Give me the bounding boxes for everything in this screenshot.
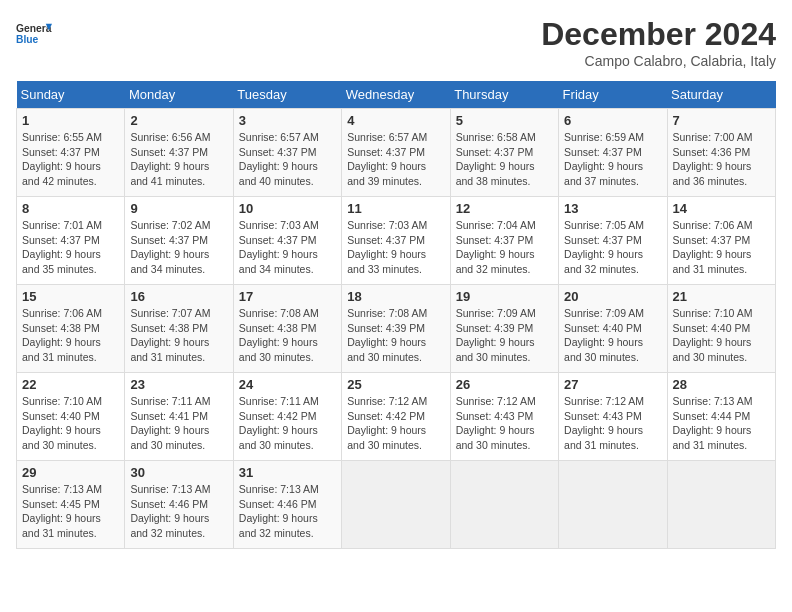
day-info: Sunrise: 6:57 AMSunset: 4:37 PMDaylight:… [239,130,336,189]
calendar-cell: 19Sunrise: 7:09 AMSunset: 4:39 PMDayligh… [450,285,558,373]
header-tuesday: Tuesday [233,81,341,109]
calendar-cell: 26Sunrise: 7:12 AMSunset: 4:43 PMDayligh… [450,373,558,461]
header-thursday: Thursday [450,81,558,109]
day-number: 26 [456,377,553,392]
calendar-cell: 30Sunrise: 7:13 AMSunset: 4:46 PMDayligh… [125,461,233,549]
header-monday: Monday [125,81,233,109]
day-info: Sunrise: 7:03 AMSunset: 4:37 PMDaylight:… [347,218,444,277]
day-info: Sunrise: 7:05 AMSunset: 4:37 PMDaylight:… [564,218,661,277]
day-info: Sunrise: 7:00 AMSunset: 4:36 PMDaylight:… [673,130,770,189]
logo-svg: General Blue [16,16,52,52]
day-info: Sunrise: 7:13 AMSunset: 4:46 PMDaylight:… [239,482,336,541]
day-info: Sunrise: 7:13 AMSunset: 4:44 PMDaylight:… [673,394,770,453]
calendar-week-3: 15Sunrise: 7:06 AMSunset: 4:38 PMDayligh… [17,285,776,373]
calendar-cell: 11Sunrise: 7:03 AMSunset: 4:37 PMDayligh… [342,197,450,285]
day-number: 9 [130,201,227,216]
day-number: 29 [22,465,119,480]
header-saturday: Saturday [667,81,775,109]
day-number: 11 [347,201,444,216]
day-info: Sunrise: 6:58 AMSunset: 4:37 PMDaylight:… [456,130,553,189]
day-number: 24 [239,377,336,392]
day-info: Sunrise: 7:09 AMSunset: 4:39 PMDaylight:… [456,306,553,365]
title-section: December 2024 Campo Calabro, Calabria, I… [541,16,776,69]
day-info: Sunrise: 7:04 AMSunset: 4:37 PMDaylight:… [456,218,553,277]
day-info: Sunrise: 7:08 AMSunset: 4:38 PMDaylight:… [239,306,336,365]
calendar-cell: 3Sunrise: 6:57 AMSunset: 4:37 PMDaylight… [233,109,341,197]
day-number: 28 [673,377,770,392]
header-friday: Friday [559,81,667,109]
calendar-cell: 14Sunrise: 7:06 AMSunset: 4:37 PMDayligh… [667,197,775,285]
calendar-cell: 27Sunrise: 7:12 AMSunset: 4:43 PMDayligh… [559,373,667,461]
day-info: Sunrise: 6:55 AMSunset: 4:37 PMDaylight:… [22,130,119,189]
page-subtitle: Campo Calabro, Calabria, Italy [541,53,776,69]
calendar-cell: 16Sunrise: 7:07 AMSunset: 4:38 PMDayligh… [125,285,233,373]
calendar-cell: 8Sunrise: 7:01 AMSunset: 4:37 PMDaylight… [17,197,125,285]
calendar-cell: 28Sunrise: 7:13 AMSunset: 4:44 PMDayligh… [667,373,775,461]
day-info: Sunrise: 6:56 AMSunset: 4:37 PMDaylight:… [130,130,227,189]
day-info: Sunrise: 7:02 AMSunset: 4:37 PMDaylight:… [130,218,227,277]
calendar-week-5: 29Sunrise: 7:13 AMSunset: 4:45 PMDayligh… [17,461,776,549]
calendar-cell: 12Sunrise: 7:04 AMSunset: 4:37 PMDayligh… [450,197,558,285]
day-number: 8 [22,201,119,216]
header-sunday: Sunday [17,81,125,109]
calendar-cell [667,461,775,549]
day-number: 2 [130,113,227,128]
calendar-week-4: 22Sunrise: 7:10 AMSunset: 4:40 PMDayligh… [17,373,776,461]
calendar-cell: 24Sunrise: 7:11 AMSunset: 4:42 PMDayligh… [233,373,341,461]
header-wednesday: Wednesday [342,81,450,109]
calendar-week-2: 8Sunrise: 7:01 AMSunset: 4:37 PMDaylight… [17,197,776,285]
day-number: 12 [456,201,553,216]
day-info: Sunrise: 7:09 AMSunset: 4:40 PMDaylight:… [564,306,661,365]
day-info: Sunrise: 7:11 AMSunset: 4:42 PMDaylight:… [239,394,336,453]
calendar-table: SundayMondayTuesdayWednesdayThursdayFrid… [16,81,776,549]
calendar-cell: 13Sunrise: 7:05 AMSunset: 4:37 PMDayligh… [559,197,667,285]
day-info: Sunrise: 7:12 AMSunset: 4:42 PMDaylight:… [347,394,444,453]
day-number: 30 [130,465,227,480]
day-info: Sunrise: 6:57 AMSunset: 4:37 PMDaylight:… [347,130,444,189]
day-number: 14 [673,201,770,216]
day-number: 25 [347,377,444,392]
day-number: 13 [564,201,661,216]
calendar-week-1: 1Sunrise: 6:55 AMSunset: 4:37 PMDaylight… [17,109,776,197]
day-number: 20 [564,289,661,304]
day-info: Sunrise: 7:13 AMSunset: 4:46 PMDaylight:… [130,482,227,541]
day-info: Sunrise: 7:08 AMSunset: 4:39 PMDaylight:… [347,306,444,365]
day-number: 15 [22,289,119,304]
calendar-cell [342,461,450,549]
day-info: Sunrise: 7:10 AMSunset: 4:40 PMDaylight:… [673,306,770,365]
day-info: Sunrise: 7:06 AMSunset: 4:37 PMDaylight:… [673,218,770,277]
day-info: Sunrise: 7:12 AMSunset: 4:43 PMDaylight:… [456,394,553,453]
day-number: 27 [564,377,661,392]
day-info: Sunrise: 7:11 AMSunset: 4:41 PMDaylight:… [130,394,227,453]
calendar-cell: 17Sunrise: 7:08 AMSunset: 4:38 PMDayligh… [233,285,341,373]
calendar-cell: 1Sunrise: 6:55 AMSunset: 4:37 PMDaylight… [17,109,125,197]
day-info: Sunrise: 7:10 AMSunset: 4:40 PMDaylight:… [22,394,119,453]
day-number: 23 [130,377,227,392]
calendar-cell: 4Sunrise: 6:57 AMSunset: 4:37 PMDaylight… [342,109,450,197]
calendar-cell: 5Sunrise: 6:58 AMSunset: 4:37 PMDaylight… [450,109,558,197]
header: General Blue December 2024 Campo Calabro… [16,16,776,69]
day-number: 21 [673,289,770,304]
day-number: 3 [239,113,336,128]
calendar-cell: 31Sunrise: 7:13 AMSunset: 4:46 PMDayligh… [233,461,341,549]
calendar-cell: 25Sunrise: 7:12 AMSunset: 4:42 PMDayligh… [342,373,450,461]
day-info: Sunrise: 7:06 AMSunset: 4:38 PMDaylight:… [22,306,119,365]
day-number: 22 [22,377,119,392]
calendar-cell: 9Sunrise: 7:02 AMSunset: 4:37 PMDaylight… [125,197,233,285]
calendar-header-row: SundayMondayTuesdayWednesdayThursdayFrid… [17,81,776,109]
calendar-cell: 23Sunrise: 7:11 AMSunset: 4:41 PMDayligh… [125,373,233,461]
day-info: Sunrise: 7:01 AMSunset: 4:37 PMDaylight:… [22,218,119,277]
day-number: 10 [239,201,336,216]
day-info: Sunrise: 7:07 AMSunset: 4:38 PMDaylight:… [130,306,227,365]
page-title: December 2024 [541,16,776,53]
svg-text:Blue: Blue [16,34,39,45]
calendar-cell: 20Sunrise: 7:09 AMSunset: 4:40 PMDayligh… [559,285,667,373]
day-number: 31 [239,465,336,480]
calendar-cell: 29Sunrise: 7:13 AMSunset: 4:45 PMDayligh… [17,461,125,549]
day-number: 17 [239,289,336,304]
day-number: 6 [564,113,661,128]
day-info: Sunrise: 7:12 AMSunset: 4:43 PMDaylight:… [564,394,661,453]
calendar-cell: 6Sunrise: 6:59 AMSunset: 4:37 PMDaylight… [559,109,667,197]
day-number: 5 [456,113,553,128]
logo: General Blue [16,16,52,52]
